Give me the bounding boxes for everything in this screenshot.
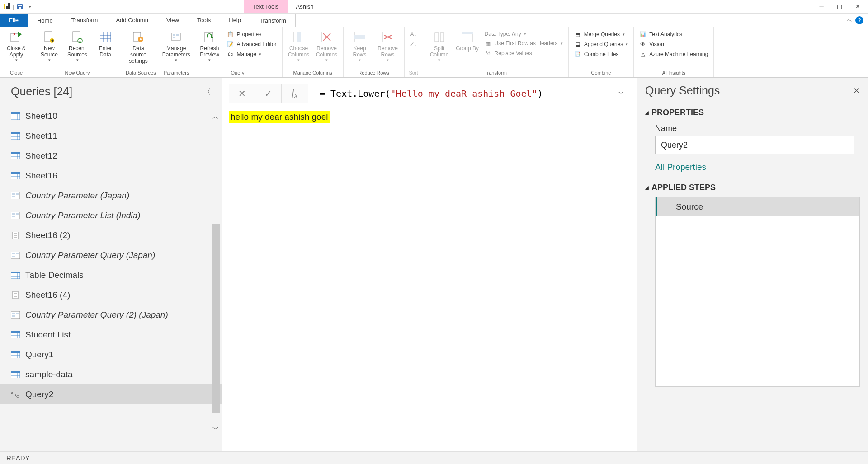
scroll-up-icon[interactable]: ︿ — [212, 113, 219, 121]
maximize-button[interactable]: ▢ — [835, 3, 844, 11]
query-item[interactable]: Sheet16 — [0, 166, 222, 186]
query-item[interactable]: Student List — [0, 325, 222, 345]
query-item[interactable]: Country Parameter Query (Japan) — [0, 245, 222, 265]
applied-steps-section: ◢APPLIED STEPS Source — [645, 183, 860, 387]
query-item[interactable]: Sheet16 (4) — [0, 285, 222, 305]
recent-sources-button[interactable]: Recent Sources — [65, 29, 90, 63]
text-analytics-label: Text Analytics — [649, 31, 682, 37]
tab-add-column[interactable]: Add Column — [107, 14, 157, 27]
replace-values-button[interactable]: ½Replace Values — [483, 49, 565, 58]
expand-formula-icon[interactable]: ﹀ — [618, 89, 624, 98]
query-item[interactable]: Country Parameter Query (2) (Japan) — [0, 305, 222, 325]
qat-dropdown-icon[interactable]: ▾ — [26, 3, 34, 11]
remove-rows-button[interactable]: Remove Rows — [375, 29, 401, 63]
choose-columns-button[interactable]: Choose Columns — [286, 29, 311, 63]
vision-button[interactable]: 👁Vision — [637, 40, 710, 49]
cancel-formula-button[interactable]: ✕ — [229, 84, 255, 103]
refresh-preview-button[interactable]: Refresh Preview — [197, 29, 222, 63]
query-group-label: Query — [197, 69, 278, 76]
text-analytics-icon: 📊 — [639, 31, 646, 38]
text-analytics-button[interactable]: 📊Text Analytics — [637, 30, 710, 39]
collapse-queries-icon[interactable]: 〈 — [203, 86, 211, 97]
query-item-label: Table Decimals — [25, 270, 84, 280]
new-source-icon: ★ — [42, 30, 57, 44]
query-item[interactable]: Table Decimals — [0, 265, 222, 285]
query-name-input[interactable] — [655, 136, 854, 154]
enter-data-button[interactable]: Enter Data — [93, 29, 118, 59]
svg-rect-63 — [16, 193, 19, 195]
all-properties-link[interactable]: All Properties — [655, 162, 860, 172]
query-item[interactable]: Country Parameter (Japan) — [0, 186, 222, 206]
sort-desc-button[interactable]: Z↓ — [408, 40, 419, 49]
azure-ml-label: Azure Machine Learning — [649, 51, 708, 57]
save-icon[interactable] — [16, 3, 24, 11]
query-item[interactable]: Sheet12 — [0, 146, 222, 166]
append-queries-button[interactable]: ⬓Append Queries — [572, 40, 630, 49]
svg-rect-60 — [11, 192, 20, 199]
sort-asc-button[interactable]: A↓ — [408, 30, 419, 39]
properties-button[interactable]: 📋Properties — [225, 30, 278, 39]
commit-formula-button[interactable]: ✓ — [255, 84, 282, 103]
tab-tools[interactable]: Tools — [188, 14, 220, 27]
close-settings-icon[interactable]: ✕ — [853, 86, 860, 96]
query-settings-title: Query Settings — [645, 84, 720, 97]
remove-rows-icon — [381, 30, 395, 44]
minimize-button[interactable]: ─ — [817, 3, 826, 11]
close-button[interactable]: ✕ — [854, 3, 862, 11]
manage-parameters-button[interactable]: Manage Parameters — [164, 29, 189, 63]
properties-label: Properties — [237, 31, 262, 37]
fx-button[interactable]: fx — [282, 84, 308, 103]
name-label: Name — [655, 124, 860, 133]
query-item[interactable]: Sheet11 — [0, 126, 222, 146]
tab-transform[interactable]: Transform — [62, 14, 107, 27]
queries-scrollbar[interactable]: ︿ ﹀ — [211, 113, 220, 433]
manage-button[interactable]: 🗂Manage — [225, 50, 278, 59]
query-item-label: Sheet16 (4) — [25, 290, 70, 300]
split-column-button[interactable]: Split Column — [427, 29, 452, 63]
query-item[interactable]: Query1 — [0, 345, 222, 365]
applied-steps-header[interactable]: ◢APPLIED STEPS — [645, 183, 860, 192]
azure-ml-button[interactable]: △Azure Machine Learning — [637, 50, 710, 59]
tab-home[interactable]: Home — [28, 14, 62, 27]
scroll-down-icon[interactable]: ﹀ — [212, 425, 219, 433]
svg-rect-51 — [11, 152, 20, 154]
new-source-button[interactable]: ★ New Source — [37, 29, 62, 63]
tab-text-transform[interactable]: Transform — [250, 14, 296, 27]
query-item[interactable]: Sheet10 — [0, 106, 222, 126]
param-icon — [11, 192, 20, 199]
table-icon — [11, 331, 20, 338]
group-by-button[interactable]: Group By — [455, 29, 480, 52]
choose-columns-label: Choose Columns — [287, 45, 311, 58]
param-icon — [11, 252, 20, 259]
formula-suffix: ) — [538, 88, 543, 99]
applied-step-source[interactable]: Source — [656, 197, 859, 216]
ribbon-group-close: ✕ Close & Apply Close — [0, 27, 33, 77]
formula-input[interactable]: = Text.Lower("Hello my deaR ashish Goel"… — [313, 84, 630, 103]
advanced-editor-button[interactable]: 📝Advanced Editor — [225, 40, 278, 49]
tab-help[interactable]: Help — [220, 14, 250, 27]
properties-section-header[interactable]: ◢PROPERTIES — [645, 108, 860, 117]
svg-rect-11 — [73, 32, 80, 42]
svg-rect-4 — [18, 5, 22, 6]
contextual-tab-text-tools[interactable]: Text Tools — [244, 0, 288, 13]
first-row-headers-button[interactable]: ▦Use First Row as Headers — [483, 39, 565, 48]
help-icon[interactable]: ? — [855, 16, 863, 24]
query-item[interactable]: Country Parameter List (India) — [0, 206, 222, 225]
remove-columns-button[interactable]: Remove Columns — [314, 29, 340, 63]
tab-file[interactable]: File — [0, 14, 28, 27]
svg-rect-46 — [11, 132, 20, 134]
combine-files-button[interactable]: 📑Combine Files — [572, 50, 630, 59]
scroll-thumb[interactable] — [212, 224, 220, 413]
keep-rows-button[interactable]: Keep Rows — [347, 29, 373, 63]
tab-view[interactable]: View — [157, 14, 188, 27]
query-item[interactable]: sample-data — [0, 365, 222, 384]
ribbon-collapse-caret[interactable]: へ — [847, 17, 852, 23]
reduce-rows-group-label: Reduce Rows — [347, 69, 401, 76]
data-type-button[interactable]: Data Type: Any — [483, 30, 565, 38]
refresh-preview-label: Refresh Preview — [198, 45, 222, 58]
query-item[interactable]: ABCQuery2 — [0, 384, 222, 404]
query-item[interactable]: Sheet16 (2) — [0, 225, 222, 245]
merge-queries-button[interactable]: ⬒Merge Queries — [572, 30, 630, 39]
data-source-settings-button[interactable]: Data source settings — [126, 29, 151, 65]
close-apply-button[interactable]: ✕ Close & Apply — [4, 29, 29, 63]
